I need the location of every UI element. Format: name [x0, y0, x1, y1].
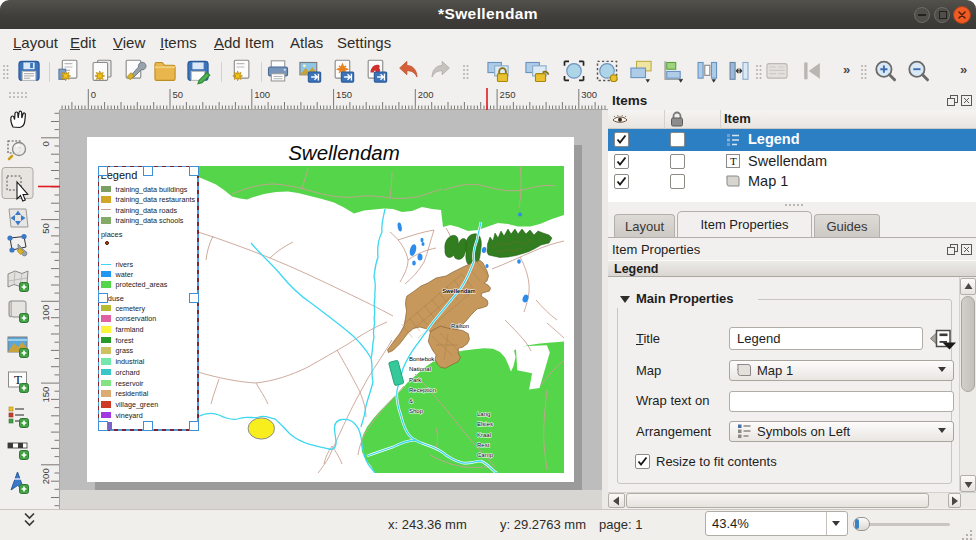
svg-text:Lang: Lang — [477, 411, 490, 417]
svg-text:300: 300 — [581, 89, 597, 100]
svg-text:Bontebok: Bontebok — [409, 356, 435, 362]
svg-text:Camp: Camp — [477, 452, 494, 458]
svg-text:Swellendam: Swellendam — [442, 288, 476, 294]
svg-text:0: 0 — [91, 89, 96, 100]
svg-text:Kraal: Kraal — [477, 432, 491, 438]
svg-text:Rest: Rest — [477, 442, 490, 448]
svg-text:200: 200 — [40, 468, 51, 484]
svg-text:Reception: Reception — [409, 387, 436, 393]
svg-text:0: 0 — [40, 141, 51, 146]
svg-text:T: T — [730, 155, 737, 167]
svg-text:100: 100 — [254, 89, 270, 100]
svg-text:&: & — [409, 398, 413, 404]
svg-text:100: 100 — [40, 305, 51, 321]
svg-text:Park: Park — [409, 377, 422, 383]
svg-text:National: National — [409, 366, 431, 372]
svg-text:Shop: Shop — [409, 408, 424, 414]
svg-text:50: 50 — [40, 223, 51, 234]
svg-text:250: 250 — [500, 89, 516, 100]
svg-text:200: 200 — [418, 89, 434, 100]
svg-text:»: » — [960, 62, 967, 77]
svg-text:150: 150 — [40, 387, 51, 403]
svg-text:»: » — [843, 62, 850, 77]
svg-text:150: 150 — [336, 89, 352, 100]
svg-text:Elsies: Elsies — [477, 421, 493, 427]
svg-text:50: 50 — [173, 89, 184, 100]
svg-text:Railton: Railton — [451, 323, 469, 329]
